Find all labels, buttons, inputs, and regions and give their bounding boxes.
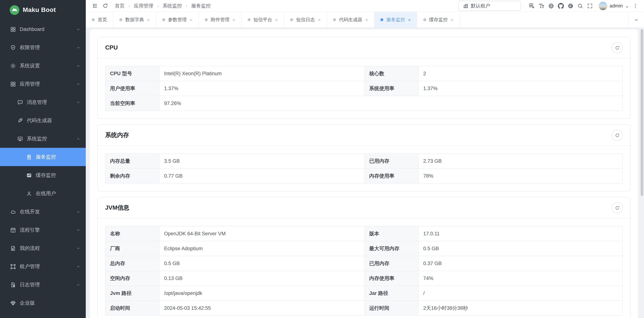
- sidebar-item-应用管理[interactable]: 应用管理: [0, 75, 86, 93]
- table-row: 厂商Eclipse Adoptium最大可用内存0.5 GB: [105, 241, 622, 256]
- chevron-down-icon: [76, 209, 80, 214]
- tab-status-dot: [290, 18, 293, 21]
- tab-label: 数据字典: [125, 16, 144, 23]
- desc-value: 97.26%: [160, 96, 622, 111]
- header-icon-group: [527, 1, 594, 11]
- description-table: CPU 型号Intel(R) Xeon(R) Platinum核心数2用户使用率…: [105, 66, 623, 111]
- breadcrumb-item-首页[interactable]: 首页: [115, 2, 124, 9]
- sidebar-item-消息管理[interactable]: 消息管理: [0, 93, 86, 111]
- desc-label: Jvm 路径: [105, 286, 160, 301]
- sidebar-item-流程引擎[interactable]: 流程引擎: [0, 221, 86, 239]
- card-header: 系统内存: [98, 125, 630, 146]
- tab-短信日志[interactable]: 短信日志×: [284, 12, 327, 27]
- table-row: 总内存0.5 GB已用内存0.37 GB: [105, 256, 622, 271]
- desc-label: 已用内存: [364, 256, 418, 271]
- top-header: 首页应用管理系统监控服务监控 默认租户 admin: [86, 0, 644, 11]
- desc-label: CPU 型号: [105, 66, 160, 81]
- sidebar-item-系统监控[interactable]: 系统监控: [0, 130, 86, 148]
- tab-label: 参数管理: [168, 16, 187, 23]
- tab-label: 短信日志: [296, 16, 315, 23]
- grid-icon: [10, 81, 16, 87]
- chevron-up-icon: [76, 137, 80, 141]
- sidebar-item-在线用户[interactable]: 在线用户: [0, 184, 86, 203]
- scrollbar-thumb[interactable]: [641, 29, 643, 196]
- close-icon[interactable]: ×: [147, 17, 150, 22]
- sidebar-item-系统设置[interactable]: 系统设置: [0, 57, 86, 75]
- table-row: 名称OpenJDK 64-Bit Server VM版本17.0.11: [105, 226, 622, 241]
- sidebar-item-Demo[interactable]: Demo: [0, 312, 86, 318]
- desc-label: 核心数: [364, 66, 418, 81]
- app-logo[interactable]: Maku Boot: [0, 0, 86, 20]
- tab-代码生成器[interactable]: 代码生成器×: [327, 12, 374, 27]
- close-icon[interactable]: ×: [318, 17, 321, 22]
- desc-label: 已用内存: [364, 154, 418, 168]
- close-icon[interactable]: ×: [275, 17, 278, 22]
- tab-status-dot: [162, 18, 165, 21]
- tab-status-dot: [205, 18, 208, 21]
- translate-icon[interactable]: [527, 1, 536, 11]
- refresh-page-icon[interactable]: [101, 1, 110, 10]
- table-row: 内存总量3.5 GB已用内存2.73 GB: [105, 154, 622, 168]
- close-icon[interactable]: ×: [365, 17, 368, 22]
- tab-参数管理[interactable]: 参数管理×: [156, 12, 199, 27]
- globe-icon[interactable]: [546, 1, 556, 11]
- breadcrumb-item-服务监控[interactable]: 服务监控: [191, 2, 211, 9]
- card-JVM信息: JVM信息名称OpenJDK 64-Bit Server VM版本17.0.11…: [97, 197, 630, 318]
- close-icon[interactable]: ×: [190, 17, 192, 22]
- sidebar-menu: Dashboard权限管理系统设置应用管理消息管理代码生成器系统监控服务监控缓存…: [0, 20, 86, 318]
- tab-服务监控[interactable]: 服务监控×: [374, 12, 417, 27]
- chevron-right-icon: [127, 4, 131, 8]
- search-icon[interactable]: [575, 1, 585, 11]
- card-refresh-icon[interactable]: [612, 130, 623, 141]
- tab-附件管理[interactable]: 附件管理×: [199, 12, 242, 27]
- desc-label: 名称: [105, 226, 160, 241]
- desc-value: OpenJDK 64-Bit Server VM: [160, 226, 364, 241]
- sidebar-item-label: Dashboard: [20, 26, 44, 32]
- tab-缓存监控[interactable]: 缓存监控×: [417, 12, 460, 27]
- user-menu[interactable]: admin: [598, 1, 629, 10]
- sidebar-item-服务监控[interactable]: 服务监控: [0, 148, 86, 166]
- tab-短信平台[interactable]: 短信平台×: [242, 12, 284, 27]
- sidebar-item-企业版[interactable]: 企业版: [0, 294, 86, 312]
- sidebar-item-缓存监控[interactable]: 缓存监控: [0, 166, 86, 184]
- sidebar-item-权限管理[interactable]: 权限管理: [0, 38, 86, 57]
- user-icon: [26, 190, 32, 196]
- desc-label: 总内存: [105, 256, 160, 271]
- close-icon[interactable]: ×: [232, 17, 235, 22]
- sidebar-item-日志管理[interactable]: 日志管理: [0, 276, 86, 294]
- sidebar-item-代码生成器[interactable]: 代码生成器: [0, 111, 86, 130]
- fullscreen-icon[interactable]: [585, 1, 594, 11]
- font-size-icon[interactable]: [536, 1, 546, 11]
- tab-label: 附件管理: [211, 16, 229, 23]
- card-body: 名称OpenJDK 64-Bit Server VM版本17.0.11厂商Ecl…: [98, 219, 630, 318]
- desc-value: 2天16小时38分38秒: [418, 301, 622, 316]
- breadcrumb-item-应用管理[interactable]: 应用管理: [134, 2, 153, 9]
- tenant-select[interactable]: 默认租户: [458, 1, 521, 11]
- tab-数据字典[interactable]: 数据字典×: [113, 12, 156, 27]
- sidebar-item-label: 系统监控: [27, 135, 47, 142]
- sidebar-fold-icon[interactable]: [90, 1, 99, 10]
- tabs-dropdown-icon[interactable]: [628, 12, 644, 27]
- card-refresh-icon[interactable]: [612, 42, 623, 53]
- desc-value: 3.5 GB: [160, 154, 364, 168]
- sidebar-item-我的流程[interactable]: 我的流程: [0, 239, 86, 257]
- gitee-icon[interactable]: [566, 1, 575, 11]
- breadcrumb-item-系统监控[interactable]: 系统监控: [162, 2, 182, 9]
- close-icon[interactable]: ×: [408, 17, 411, 22]
- chevron-down-icon: [76, 264, 80, 269]
- card-refresh-icon[interactable]: [612, 202, 623, 213]
- desc-value: 1.37%: [160, 81, 364, 96]
- sidebar-item-label: 缓存监控: [36, 172, 56, 178]
- github-icon[interactable]: [556, 1, 566, 11]
- sidebar-item-在线开发[interactable]: 在线开发: [0, 203, 86, 221]
- sidebar-item-租户管理[interactable]: 租户管理: [0, 257, 86, 276]
- kebab-menu-icon[interactable]: [630, 1, 640, 11]
- tab-首页[interactable]: 首页: [86, 12, 113, 27]
- rocket-icon: [17, 118, 23, 124]
- card-title: JVM信息: [105, 204, 130, 212]
- page-content: CPUCPU 型号Intel(R) Xeon(R) Platinum核心数2用户…: [86, 28, 644, 318]
- desc-label: 用户使用率: [105, 81, 160, 96]
- sidebar-item-Dashboard[interactable]: Dashboard: [0, 20, 86, 38]
- frame-icon: [10, 263, 16, 269]
- close-icon[interactable]: ×: [451, 17, 454, 22]
